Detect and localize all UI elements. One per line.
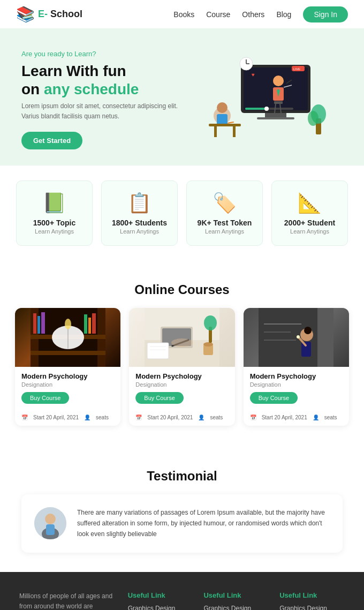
course-seats-2: seats [210,415,223,420]
course-calendar-icon-3: 📅 [250,415,256,420]
svg-point-4 [273,76,284,86]
hero-subtitle: Are you ready to Learn? [21,50,182,58]
course-seats-icon-3: 👤 [313,415,319,420]
course-start-3: Start 20 April, 2021 [262,415,307,420]
nav-course[interactable]: Course [206,10,230,19]
buy-course-button-2[interactable]: Buy Course [135,392,183,404]
course-card-1: Modern Psychology Designation Buy Course… [15,308,120,426]
svg-rect-15 [233,126,236,137]
svg-point-56 [204,315,217,330]
svg-rect-36 [33,313,36,334]
course-image-2 [129,308,234,367]
stat-number-students: 1800+ Students [107,219,172,227]
course-grid: Modern Psychology Designation Buy Course… [15,308,349,426]
stat-icon-topics: 📗 [22,192,87,214]
svg-rect-42 [84,314,87,334]
svg-rect-37 [37,316,40,334]
footer-link-2-0[interactable]: Graphics Design [203,605,269,610]
course-meta-1: 📅 Start 20 April, 2021 👤 seats [15,411,120,426]
course-card-2: Modern Psychology Designation Buy Course… [129,308,234,426]
course-seats-3: seats [324,415,337,420]
footer-col-1-title: Useful Link [128,591,193,599]
course-designation-2: Designation [135,381,228,388]
stat-card-token: 🏷️ 9K+ Test Token Learn Anytings [186,180,263,246]
hero-title: Learn With fun on any schedule [21,62,182,98]
svg-point-11 [217,102,228,113]
svg-rect-3 [257,117,294,119]
course-designation-3: Designation [250,381,343,388]
course-name-1: Modern Psychology [21,372,114,380]
stat-label-topics: Learn Anytings [22,228,87,235]
stat-number-token: 9K+ Test Token [192,219,257,227]
logo-text: E- E- SchoolSchool [38,9,82,20]
hero-title-highlight: any schedule [44,81,139,97]
footer-col-3: Useful Link Graphics Design Web Designn … [279,591,345,610]
svg-rect-43 [88,318,91,334]
course-seats-1: seats [96,415,109,420]
svg-rect-14 [214,126,217,137]
svg-rect-27 [274,101,283,104]
testimonial-card: There are many variations of passages of… [21,494,343,553]
testimonial-avatar [34,507,66,539]
svg-point-21 [308,111,318,126]
hero-section: Are you ready to Learn? Learn With fun o… [0,28,364,165]
buy-course-button-3[interactable]: Buy Course [250,392,298,404]
svg-point-67 [304,327,312,334]
stat-card-topics: 📗 1500+ Topic Learn Anytings [16,180,93,246]
get-started-button[interactable]: Get Started [21,132,82,149]
course-seats-icon-1: 👤 [84,415,90,420]
footer-col-2-title: Useful Link [203,591,269,599]
course-calendar-icon-2: 📅 [135,415,142,420]
testimonial-text: There are many variations of passages of… [77,507,330,540]
testimonial-section: Testimonial There are many variations of… [0,442,364,572]
course-seats-icon-2: 👤 [198,415,204,420]
svg-rect-72 [46,524,55,535]
course-calendar-icon-1: 📅 [21,415,28,420]
footer-col-1: Useful Link Graphics Design Web Designn … [128,591,193,610]
buy-course-button-1[interactable]: Buy Course [21,392,69,404]
course-start-1: Start 20 April, 2021 [33,415,79,420]
logo[interactable]: 📚 E- E- SchoolSchool [16,5,82,23]
nav-books[interactable]: Books [173,10,194,19]
svg-text:♥: ♥ [252,72,255,78]
svg-rect-38 [41,312,45,334]
svg-point-66 [297,335,300,338]
svg-rect-13 [209,124,241,126]
svg-text:LIVE: LIVE [293,67,300,71]
svg-rect-68 [317,308,333,367]
stat-label-token: Learn Anytings [192,228,257,235]
svg-rect-49 [147,343,169,359]
course-image-3 [244,308,349,367]
course-meta-2: 📅 Start 20 April, 2021 👤 seats [129,411,234,426]
testimonial-title: Testimonial [21,469,343,484]
footer-top: Millions of people of all ages and from … [19,591,345,610]
nav-blog[interactable]: Blog [276,10,291,19]
course-start-2: Start 20 April, 2021 [147,415,193,420]
footer: Millions of people of all ages and from … [0,572,364,610]
svg-point-57 [171,338,193,347]
svg-rect-30 [228,122,234,124]
svg-point-70 [45,514,56,524]
course-card-3: Modern Psychology Designation Buy Course… [244,308,349,426]
hero-image: LIVE ♥ [193,51,343,148]
course-image-1 [15,308,120,367]
nav-others[interactable]: Others [242,10,264,19]
footer-link-1-0[interactable]: Graphics Design [128,605,193,610]
svg-rect-2 [265,113,286,117]
svg-point-54 [203,342,213,347]
navbar: 📚 E- E- SchoolSchool Books Course Others… [0,0,364,28]
stats-section: 📗 1500+ Topic Learn Anytings 📋 1800+ Stu… [0,165,364,261]
signin-button[interactable]: Sign In [303,6,348,22]
svg-point-25 [264,107,269,111]
stat-number-topics: 1500+ Topic [22,219,87,227]
stat-label-student2: Learn Anytings [277,228,342,235]
stat-icon-token: 🏷️ [192,192,257,214]
course-body-1: Modern Psychology Designation Buy Course [15,367,120,411]
hero-title-plain: on [21,81,44,97]
logo-icon: 📚 [16,5,35,23]
hero-title-line1: Learn With fun [21,63,126,79]
footer-col-3-title: Useful Link [279,591,345,599]
footer-link-3-0[interactable]: Graphics Design [279,605,345,610]
hero-desc: Lorem ipsum dolor sit amet, consectetur … [21,101,182,122]
course-name-3: Modern Psychology [250,372,343,380]
